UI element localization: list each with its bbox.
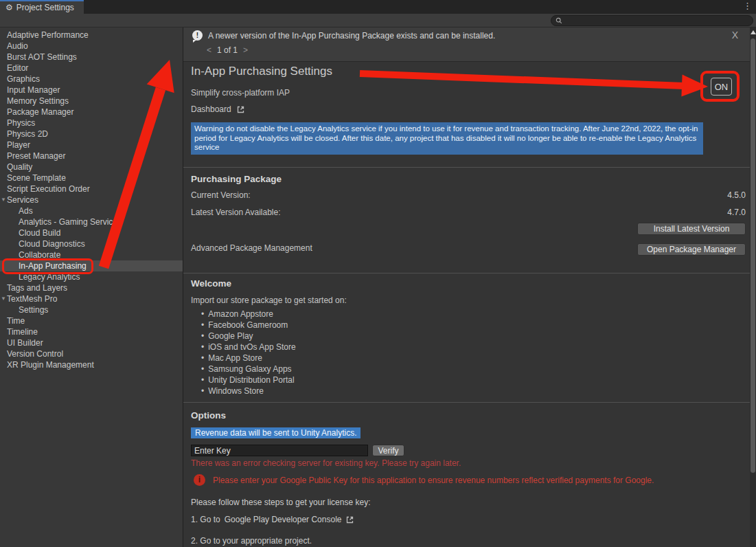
sidebar-item-label: Physics 2D [0, 129, 48, 139]
sidebar-item-label: Time [0, 315, 25, 326]
sidebar-item-in-app-purchasing[interactable]: In-App Purchasing [0, 260, 183, 271]
sidebar-item-label: Cloud Diagnostics [0, 238, 85, 249]
sidebar-item-label: Tags and Layers [0, 282, 67, 293]
store-list-item: Facebook Gameroom [201, 320, 296, 331]
sidebar-item-tags-and-layers[interactable]: Tags and Layers [0, 282, 183, 293]
sidebar-item-physics-2d[interactable]: Physics 2D [0, 129, 183, 139]
close-icon[interactable]: X [732, 30, 738, 41]
sidebar-item-label: Input Manager [0, 85, 60, 96]
search-icon [555, 17, 562, 24]
dashboard-label: Dashboard [191, 104, 231, 114]
service-toggle-on-button[interactable]: ON [711, 78, 732, 96]
sidebar-item-player[interactable]: Player [0, 139, 183, 150]
store-list-item: Unity Distribution Portal [201, 375, 296, 386]
latest-version-value: 4.7.0 [727, 208, 746, 217]
google-key-input[interactable] [191, 445, 368, 456]
install-latest-version-button[interactable]: Install Latest Version [637, 223, 746, 235]
sidebar-item-settings[interactable]: Settings [0, 304, 183, 315]
store-list-item: Amazon Appstore [201, 309, 296, 320]
sidebar-item-label: TextMesh Pro [0, 293, 57, 304]
sidebar-item-label: Legacy Analytics [0, 271, 80, 282]
sidebar-item-label: Timeline [0, 326, 38, 337]
sidebar-item-editor[interactable]: Editor [0, 63, 183, 74]
error-info-icon: i [194, 474, 205, 486]
divider [183, 273, 751, 274]
sidebar-item-textmesh-pro[interactable]: ▼TextMesh Pro [0, 293, 183, 304]
notification-message: A newer version of the In-App Purchasing… [208, 31, 495, 41]
sidebar-item-memory-settings[interactable]: Memory Settings [0, 96, 183, 107]
sidebar-item-adaptive-performance[interactable]: Adaptive Performance [0, 30, 183, 41]
sidebar-item-audio[interactable]: Audio [0, 41, 183, 52]
external-link-icon[interactable] [345, 515, 354, 524]
sidebar-item-label: Collaborate [0, 249, 60, 260]
sidebar-item-label: Burst AOT Settings [0, 52, 77, 63]
sidebar-item-input-manager[interactable]: Input Manager [0, 85, 183, 96]
sidebar-item-time[interactable]: Time [0, 315, 183, 326]
sidebar-item-package-manager[interactable]: Package Manager [0, 107, 183, 118]
sidebar-item-physics[interactable]: Physics [0, 118, 183, 129]
store-list-item: Windows Store [201, 386, 296, 397]
options-title: Options [191, 410, 226, 421]
vertical-scrollbar[interactable] [750, 27, 756, 547]
open-package-manager-button[interactable]: Open Package Manager [637, 243, 746, 256]
divider [183, 402, 751, 403]
toolbar [0, 14, 756, 27]
gear-icon: ⚙︎ [5, 3, 13, 12]
sidebar-item-label: Adaptive Performance [0, 30, 89, 41]
tab-project-settings[interactable]: ⚙︎ Project Settings [0, 0, 84, 14]
google-key-alert-text: Please enter your Google Public Key for … [213, 476, 654, 485]
foldout-triangle-icon[interactable]: ▼ [1, 293, 6, 304]
search-input[interactable] [565, 16, 748, 25]
verify-button[interactable]: Verify [372, 445, 404, 456]
pager-label: 1 of 1 [217, 45, 238, 55]
project-settings-window: ⚙︎ Project Settings ⋮ Adaptive Performan… [0, 0, 756, 547]
sidebar-item-graphics[interactable]: Graphics [0, 74, 183, 85]
divider [183, 167, 751, 168]
sidebar-item-label: Package Manager [0, 107, 73, 118]
sidebar-item-label: Audio [0, 41, 28, 52]
sidebar-item-quality[interactable]: Quality [0, 161, 183, 172]
pager-next-icon[interactable]: > [243, 45, 248, 55]
alert-bubble-icon: ! [192, 30, 203, 41]
settings-panel: ! A newer version of the In-App Purchasi… [183, 27, 756, 547]
sidebar-item-scene-template[interactable]: Scene Template [0, 172, 183, 183]
sidebar-item-label: Memory Settings [0, 96, 69, 107]
license-step-2: 2. Go to your appropriate project. [191, 536, 312, 546]
sidebar-item-timeline[interactable]: Timeline [0, 326, 183, 337]
step1-prefix: 1. Go to [191, 515, 220, 524]
sidebar-item-ads[interactable]: Ads [0, 205, 183, 216]
sidebar-item-version-control[interactable]: Version Control [0, 348, 183, 359]
sidebar-item-xr-plugin-management[interactable]: XR Plugin Management [0, 359, 183, 370]
dashboard-link[interactable]: Dashboard [191, 104, 245, 114]
purchasing-package-title: Purchasing Package [191, 174, 282, 184]
service-subtitle: Simplify cross-platform IAP [191, 88, 290, 98]
notification-pager: < 1 of 1 > [207, 45, 248, 55]
search-box[interactable] [551, 15, 753, 26]
sidebar-item-ui-builder[interactable]: UI Builder [0, 337, 183, 348]
sidebar-item-collaborate[interactable]: Collaborate [0, 249, 183, 260]
scrollbar-thumb[interactable] [751, 38, 755, 473]
store-list-item: iOS and tvOs App Store [201, 342, 296, 353]
sidebar-item-services[interactable]: ▼Services [0, 194, 183, 205]
store-list: Amazon AppstoreFacebook GameroomGoogle P… [201, 309, 296, 397]
sidebar-item-preset-manager[interactable]: Preset Manager [0, 150, 183, 161]
pager-prev-icon[interactable]: < [207, 45, 211, 55]
settings-category-list: Adaptive PerformanceAudioBurst AOT Setti… [0, 27, 183, 547]
foldout-triangle-icon[interactable]: ▼ [1, 194, 6, 205]
sidebar-item-script-execution-order[interactable]: Script Execution Order [0, 183, 183, 194]
sidebar-item-cloud-build[interactable]: Cloud Build [0, 227, 183, 238]
sidebar-item-burst-aot-settings[interactable]: Burst AOT Settings [0, 52, 183, 63]
sidebar-item-label: Graphics [0, 74, 40, 85]
sidebar-item-legacy-analytics[interactable]: Legacy Analytics [0, 271, 183, 282]
sidebar-item-analytics-gaming-services[interactable]: Analytics - Gaming Services [0, 216, 183, 227]
google-play-console-link[interactable]: Google Play Developer Console [225, 515, 342, 524]
scroll-up-icon[interactable] [751, 30, 756, 34]
external-link-icon [236, 105, 245, 114]
sidebar-item-label: Analytics - Gaming Services [0, 216, 122, 227]
kebab-menu-icon[interactable]: ⋮ [743, 1, 752, 11]
sidebar-item-label: Quality [0, 161, 32, 172]
tab-title: Project Settings [16, 3, 74, 12]
sidebar-item-label: Physics [0, 118, 35, 129]
sidebar-item-cloud-diagnostics[interactable]: Cloud Diagnostics [0, 238, 183, 249]
sidebar-item-label: XR Plugin Management [0, 359, 94, 370]
